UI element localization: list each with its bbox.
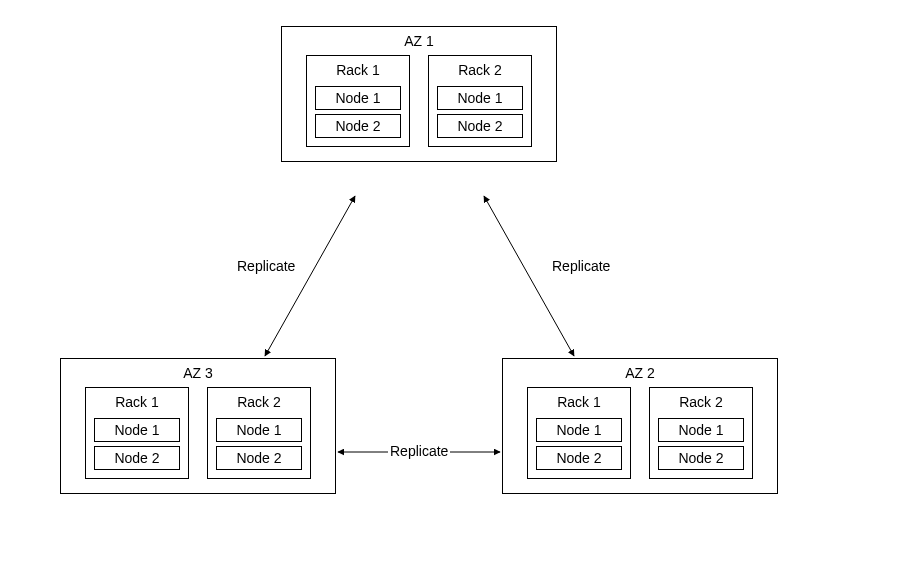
az-3-rack-2-node-2: Node 2 xyxy=(216,446,302,470)
az-1-rack-2-node-2: Node 2 xyxy=(437,114,523,138)
az-2-rack-2-node-1: Node 1 xyxy=(658,418,744,442)
edge-label-az1-az3: Replicate xyxy=(235,258,297,274)
az-2-title: AZ 2 xyxy=(503,359,777,387)
az-1-rack-2-title: Rack 2 xyxy=(437,60,523,82)
az-1-rack-1-title: Rack 1 xyxy=(315,60,401,82)
az-3-rack-1: Rack 1 Node 1 Node 2 xyxy=(85,387,189,479)
az-3-rack-1-node-1: Node 1 xyxy=(94,418,180,442)
az-2-rack-2: Rack 2 Node 1 Node 2 xyxy=(649,387,753,479)
az-2-rack-1-node-2: Node 2 xyxy=(536,446,622,470)
az-3-rack-1-node-2: Node 2 xyxy=(94,446,180,470)
az-1-title: AZ 1 xyxy=(282,27,556,55)
az-2-rack-1-node-1: Node 1 xyxy=(536,418,622,442)
az-1-rack-2: Rack 2 Node 1 Node 2 xyxy=(428,55,532,147)
az-2-racks: Rack 1 Node 1 Node 2 Rack 2 Node 1 Node … xyxy=(503,387,777,493)
az-1-racks: Rack 1 Node 1 Node 2 Rack 2 Node 1 Node … xyxy=(282,55,556,161)
edge-label-az1-az2: Replicate xyxy=(550,258,612,274)
az-1-rack-1: Rack 1 Node 1 Node 2 xyxy=(306,55,410,147)
az-3-box: AZ 3 Rack 1 Node 1 Node 2 Rack 2 Node 1 … xyxy=(60,358,336,494)
az-3-rack-2: Rack 2 Node 1 Node 2 xyxy=(207,387,311,479)
az-1-rack-1-node-2: Node 2 xyxy=(315,114,401,138)
az-3-rack-2-title: Rack 2 xyxy=(216,392,302,414)
az-1-rack-2-node-1: Node 1 xyxy=(437,86,523,110)
az-2-rack-2-title: Rack 2 xyxy=(658,392,744,414)
svg-line-0 xyxy=(265,196,355,356)
az-3-rack-2-node-1: Node 1 xyxy=(216,418,302,442)
az-3-title: AZ 3 xyxy=(61,359,335,387)
az-1-box: AZ 1 Rack 1 Node 1 Node 2 Rack 2 Node 1 … xyxy=(281,26,557,162)
svg-line-1 xyxy=(484,196,574,356)
az-3-rack-1-title: Rack 1 xyxy=(94,392,180,414)
az-2-rack-1: Rack 1 Node 1 Node 2 xyxy=(527,387,631,479)
az-1-rack-1-node-1: Node 1 xyxy=(315,86,401,110)
az-2-box: AZ 2 Rack 1 Node 1 Node 2 Rack 2 Node 1 … xyxy=(502,358,778,494)
edge-label-az3-az2: Replicate xyxy=(388,443,450,459)
az-3-racks: Rack 1 Node 1 Node 2 Rack 2 Node 1 Node … xyxy=(61,387,335,493)
az-2-rack-1-title: Rack 1 xyxy=(536,392,622,414)
az-2-rack-2-node-2: Node 2 xyxy=(658,446,744,470)
